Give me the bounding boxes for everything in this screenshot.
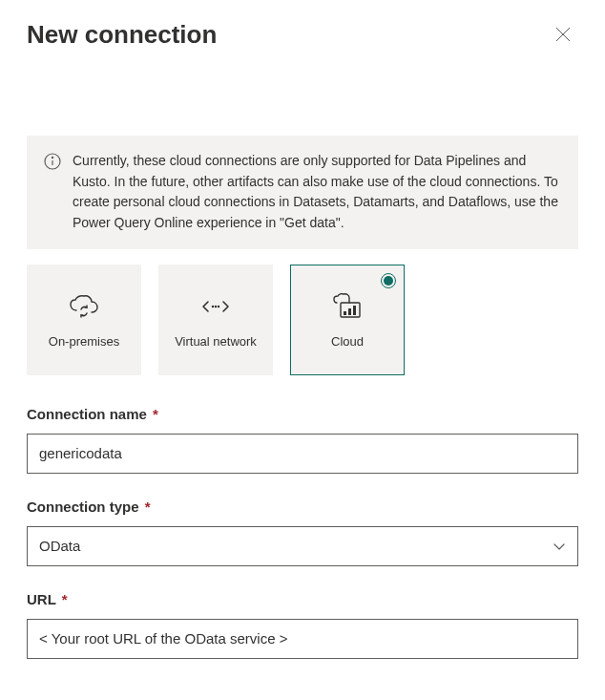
field-connection-name: Connection name * bbox=[27, 406, 578, 474]
tile-label: Virtual network bbox=[167, 333, 264, 350]
tile-on-premises[interactable]: On-premises bbox=[27, 265, 141, 375]
info-icon bbox=[44, 153, 61, 170]
field-label: URL * bbox=[27, 591, 578, 607]
svg-rect-11 bbox=[353, 306, 356, 315]
required-asterisk: * bbox=[153, 406, 158, 422]
tile-label: On-premises bbox=[41, 333, 127, 350]
dialog-title: New connection bbox=[27, 20, 217, 50]
connection-mode-tiles: On-premises Virtual network Cloud bbox=[27, 265, 578, 375]
cloud-data-icon bbox=[331, 289, 364, 324]
svg-rect-10 bbox=[348, 308, 351, 315]
connection-name-input[interactable] bbox=[27, 434, 578, 474]
radio-indicator bbox=[381, 273, 396, 288]
close-button[interactable] bbox=[548, 19, 578, 50]
tile-cloud[interactable]: Cloud bbox=[290, 265, 405, 375]
label-text: URL bbox=[27, 591, 56, 607]
field-label: Connection type * bbox=[27, 498, 578, 515]
tile-label: Cloud bbox=[323, 333, 371, 350]
svg-point-5 bbox=[212, 306, 214, 308]
label-text: Connection name bbox=[27, 406, 147, 422]
url-input[interactable] bbox=[27, 619, 578, 659]
tile-virtual-network[interactable]: Virtual network bbox=[158, 265, 273, 375]
cloud-sync-icon bbox=[68, 289, 100, 324]
label-text: Connection type bbox=[27, 498, 139, 515]
dialog-header: New connection bbox=[27, 19, 578, 50]
info-banner: Currently, these cloud connections are o… bbox=[27, 136, 578, 249]
info-text: Currently, these cloud connections are o… bbox=[73, 151, 561, 234]
required-asterisk: * bbox=[145, 498, 151, 515]
chevron-down-icon bbox=[553, 538, 566, 554]
svg-point-7 bbox=[218, 306, 219, 308]
field-label: Connection name * bbox=[27, 406, 578, 422]
select-value: OData bbox=[39, 538, 80, 554]
close-icon bbox=[554, 26, 572, 43]
network-icon bbox=[199, 289, 232, 324]
field-connection-type: Connection type * OData bbox=[27, 498, 578, 566]
field-url: URL * bbox=[27, 591, 578, 659]
svg-point-4 bbox=[52, 157, 52, 158]
svg-point-6 bbox=[215, 306, 217, 308]
required-asterisk: * bbox=[62, 591, 68, 607]
svg-rect-9 bbox=[344, 311, 346, 315]
connection-type-select[interactable]: OData bbox=[27, 526, 578, 566]
